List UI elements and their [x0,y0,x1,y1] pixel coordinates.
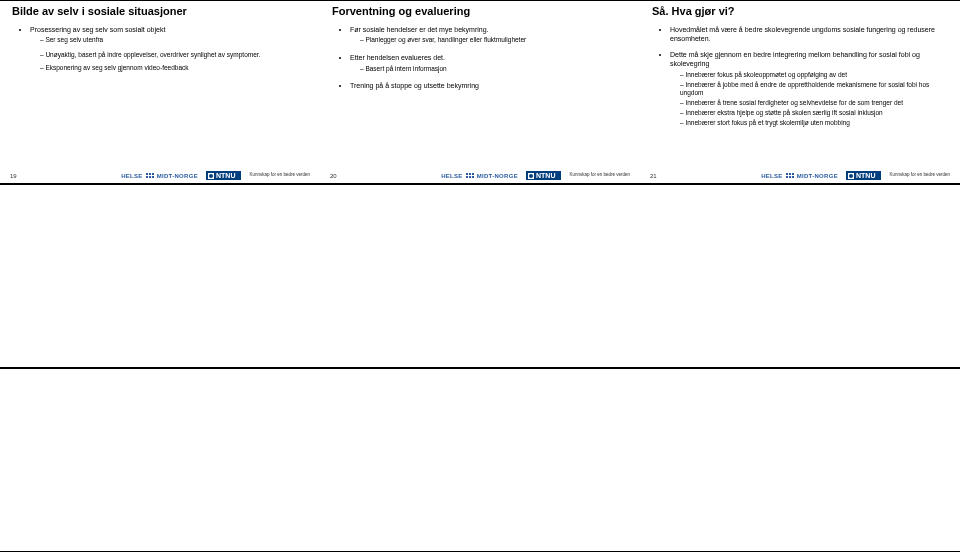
slide-20: Forventning og evaluering Før sosiale he… [320,1,640,183]
helse-logo: HELSE MIDT-NORGE [761,173,838,179]
sub-item: Innebærer fokus på skoleoppmøtet og oppf… [680,71,950,80]
sub-item: Eksponering av seg selv gjennom video-fe… [40,64,310,71]
logo-text: HELSE [121,173,143,179]
logo-text: HELSE [761,173,783,179]
list-item: Hovedmålet må være å bedre skolevegrende… [670,25,950,44]
ntnu-icon [208,173,214,179]
slide-title: Bilde av selv i sosiale situasjoner [10,5,310,17]
ntnu-logo: NTNU [206,171,241,180]
bullet-text: Før sosiale hendelser er det mye bekymri… [350,26,489,33]
empty-slide [640,185,960,367]
empty-slide [320,185,640,367]
bullet-list: Unøyaktig, basert på indre opplevelser, … [10,51,310,58]
logo-text: MIDT-NORGE [477,173,518,179]
slide-19: Bilde av selv i sosiale situasjoner Pros… [0,1,320,183]
slide-row-1: Bilde av selv i sosiale situasjoner Pros… [0,0,960,184]
slide-row-3 [0,368,960,552]
slide-footer: 21 HELSE MIDT-NORGE NTNU Kunnskap for en… [650,171,950,180]
sub-item: Ser seg selv utenfra [40,36,310,45]
bullet-text: Prosessering av seg selv som sosialt obj… [30,26,165,33]
sub-item: Innebærer å trene sosial ferdigheter og … [680,99,950,108]
ntnu-logo: NTNU [846,171,881,180]
list-item: Trening på å stoppe og utsette bekymring [350,81,630,90]
ntnu-icon [848,173,854,179]
sub-item: Planlegger og øver svar, handlinger elle… [360,36,630,45]
logo-text: MIDT-NORGE [797,173,838,179]
page-number: 19 [10,173,17,179]
tagline: Kunnskap for en bedre verden [249,173,310,178]
logo-text: NTNU [216,172,235,179]
bullet-list: Eksponering av seg selv gjennom video-fe… [10,64,310,71]
logo-text: MIDT-NORGE [157,173,198,179]
slide-21: Så. Hva gjør vi? Hovedmålet må være å be… [640,1,960,183]
logo-text: HELSE [441,173,463,179]
bullet-text: Etter hendelsen evalueres det. [350,54,445,61]
helse-logo: HELSE MIDT-NORGE [441,173,518,179]
slide-title: Forventning og evaluering [330,5,630,17]
list-item: Prosessering av seg selv som sosialt obj… [30,25,310,45]
page-number: 21 [650,173,657,179]
slide-row-2 [0,184,960,368]
tagline: Kunnskap for en bedre verden [569,173,630,178]
bullet-text: Trening på å stoppe og utsette bekymring [350,82,479,89]
sub-item: Innebærer stort fokus på et trygt skolem… [680,119,950,128]
ntnu-logo: NTNU [526,171,561,180]
slide-title: Så. Hva gjør vi? [650,5,950,17]
tagline: Kunnskap for en bedre verden [889,173,950,178]
list-item: Før sosiale hendelser er det mye bekymri… [350,25,630,45]
logo-text: NTNU [536,172,555,179]
logo-text: NTNU [856,172,875,179]
bullet-list: Prosessering av seg selv som sosialt obj… [10,25,310,45]
dots-icon [786,173,794,178]
slide-footer: 20 HELSE MIDT-NORGE NTNU Kunnskap for en… [330,171,630,180]
ntnu-icon [528,173,534,179]
list-item: Etter hendelsen evalueres det. Basert på… [350,53,630,73]
empty-slide [640,369,960,551]
bullet-text: Dette må skje gjennom en bedre integreri… [670,51,920,67]
sub-item: Innebærer ekstra hjelpe og støtte på sko… [680,109,950,118]
dots-icon [146,173,154,178]
dots-icon [466,173,474,178]
page-number: 20 [330,173,337,179]
empty-slide [0,369,320,551]
sub-item: Innebærer å jobbe med å endre de opprett… [680,81,950,99]
bullet-text: Hovedmålet må være å bedre skolevegrende… [670,26,935,42]
list-item: Dette må skje gjennom en bedre integreri… [670,50,950,127]
sub-item: Basert på intern informasjon [360,65,630,74]
slide-footer: 19 HELSE MIDT-NORGE NTNU Kunnskap for en… [10,171,310,180]
helse-logo: HELSE MIDT-NORGE [121,173,198,179]
bullet-list: Hovedmålet må være å bedre skolevegrende… [650,25,950,127]
sub-item: Unøyaktig, basert på indre opplevelser, … [40,51,310,58]
empty-slide [320,369,640,551]
bullet-list: Før sosiale hendelser er det mye bekymri… [330,25,630,91]
empty-slide [0,185,320,367]
